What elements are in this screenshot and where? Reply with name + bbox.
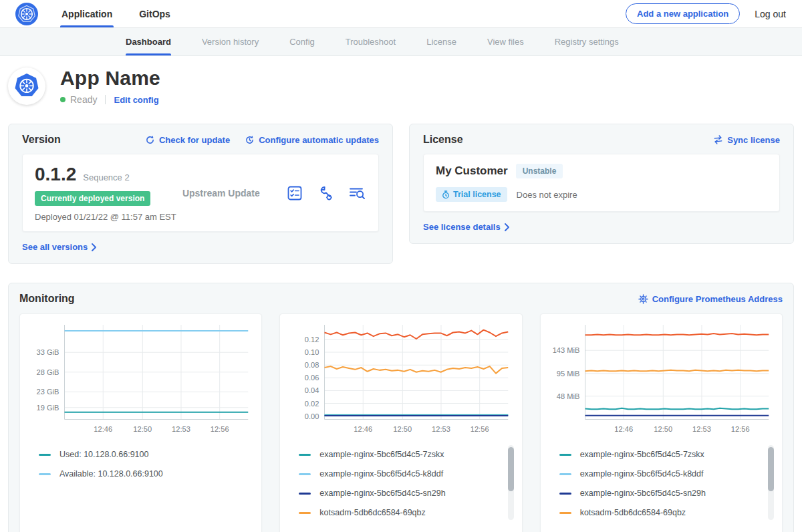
- svg-text:12:50: 12:50: [394, 425, 412, 433]
- logout-button[interactable]: Log out: [755, 9, 786, 19]
- chart-card-disk-usage: 19 GiB23 GiB28 GiB33 GiB12:4612:5012:531…: [19, 313, 262, 532]
- chevron-right-icon: [505, 223, 509, 231]
- sync-license-link[interactable]: Sync license: [713, 135, 780, 145]
- legend-scrollbar-thumb[interactable]: [768, 447, 774, 491]
- tab-config[interactable]: Config: [289, 28, 315, 55]
- tab-troubleshoot[interactable]: Troubleshoot: [346, 28, 396, 55]
- svg-text:12:50: 12:50: [654, 425, 672, 433]
- ready-status-dot: [60, 97, 65, 102]
- chart-plot: 0.000.020.040.060.080.100.1212:4612:5012…: [289, 325, 512, 436]
- svg-text:12:56: 12:56: [471, 425, 489, 433]
- version-panel: Version Check for update Configure au: [8, 124, 393, 264]
- chart-title: Memory Usage: [550, 524, 773, 532]
- chevron-right-icon: [92, 243, 96, 251]
- edit-config-link[interactable]: Edit config: [114, 95, 158, 105]
- chart-plot: 48 MiB95 MiB143 MiB12:4612:5012:5312:56: [550, 325, 773, 436]
- svg-text:0.02: 0.02: [305, 400, 319, 408]
- license-expiry: Does not expire: [517, 190, 577, 200]
- legend-label: Available: 10.128.0.66:9100: [59, 469, 163, 479]
- legend-label: example-nginx-5bc6f5d4c5-k8ddf: [580, 469, 704, 479]
- legend-item: Used: 10.128.0.66:9100: [39, 445, 252, 464]
- svg-text:12:50: 12:50: [133, 425, 152, 433]
- svg-text:12:56: 12:56: [730, 425, 749, 433]
- legend-item: example-nginx-5bc6f5d4c5-k8ddf: [299, 464, 512, 484]
- sync-arrows-icon: [713, 135, 723, 144]
- svg-text:0.06: 0.06: [305, 374, 319, 382]
- top-nav: ApplicationGitOps Add a new application …: [0, 0, 802, 28]
- legend-item: kotsadm-5db6dc6584-69qbz: [299, 503, 512, 523]
- tab-view-files[interactable]: View files: [487, 28, 524, 55]
- chart-legend: example-nginx-5bc6f5d4c5-7zskxexample-ng…: [289, 445, 512, 524]
- tab-dashboard[interactable]: Dashboard: [126, 28, 171, 55]
- svg-text:143 MiB: 143 MiB: [552, 346, 579, 354]
- legend-dash: [299, 512, 311, 514]
- wrench-gear-icon[interactable]: [317, 184, 334, 202]
- check-for-update-link[interactable]: Check for update: [145, 135, 230, 145]
- trial-license-badge: Trial license: [436, 187, 507, 202]
- see-all-versions-link[interactable]: See all versions: [22, 242, 96, 252]
- legend-item: example-nginx-5bc6f5d4c5-7zskx: [559, 445, 773, 464]
- tab-version-history[interactable]: Version history: [202, 28, 259, 55]
- legend-label: example-nginx-5bc6f5d4c5-k8ddf: [319, 469, 443, 479]
- chart-title: CPU Usage: [289, 524, 512, 532]
- app-logo-icon: [8, 68, 45, 105]
- customer-name: My Customer: [436, 164, 508, 178]
- version-sequence: Sequence 2: [83, 172, 129, 182]
- app-status-label: Ready: [70, 94, 97, 105]
- legend-item: kotsadm-5db6dc6584-69qbz: [559, 503, 773, 523]
- app-header: App Name Ready Edit config: [0, 56, 802, 117]
- topnav-tab-gitops[interactable]: GitOps: [138, 0, 172, 27]
- chart-legend: Used: 10.128.0.66:9100Available: 10.128.…: [29, 445, 252, 524]
- current-version-card: 0.1.2 Sequence 2 Currently deployed vers…: [22, 154, 379, 232]
- chart-card-memory-usage: 48 MiB95 MiB143 MiB12:4612:5012:5312:56e…: [540, 313, 783, 532]
- tab-registry-settings[interactable]: Registry settings: [555, 28, 619, 55]
- legend-item: example-nginx-5bc6f5d4c5-7zskx: [299, 445, 512, 464]
- legend-dash: [299, 454, 311, 456]
- legend-dash: [559, 473, 571, 475]
- svg-text:12:46: 12:46: [614, 425, 633, 433]
- svg-text:12:56: 12:56: [211, 425, 229, 433]
- chart-legend: example-nginx-5bc6f5d4c5-7zskxexample-ng…: [550, 445, 773, 524]
- configure-automatic-updates-link[interactable]: Configure automatic updates: [245, 135, 379, 145]
- topnav-tab-application[interactable]: Application: [60, 0, 114, 27]
- license-panel-title: License: [423, 134, 463, 146]
- legend-label: example-nginx-5bc6f5d4c5-7zskx: [319, 450, 444, 459]
- clock-refresh-icon: [245, 135, 255, 145]
- see-license-details-link[interactable]: See license details: [423, 222, 509, 232]
- svg-text:12:53: 12:53: [432, 425, 450, 433]
- version-source-label: Upstream Update: [182, 188, 260, 198]
- legend-label: kotsadm-5db6dc6584-69qbz: [319, 508, 425, 517]
- kubernetes-logo-icon: [15, 2, 39, 26]
- legend-item: example-nginx-5bc6f5d4c5-sn29h: [299, 484, 512, 503]
- version-panel-title: Version: [22, 134, 61, 146]
- configure-prometheus-link[interactable]: Configure Prometheus Address: [638, 294, 783, 304]
- svg-text:0.08: 0.08: [305, 361, 319, 369]
- channel-badge: Unstable: [516, 164, 563, 178]
- chart-plot: 19 GiB23 GiB28 GiB33 GiB12:4612:5012:531…: [29, 325, 252, 436]
- legend-label: kotsadm-5db6dc6584-69qbz: [580, 508, 686, 517]
- legend-scrollbar[interactable]: [768, 445, 774, 520]
- legend-item: example-nginx-5bc6f5d4c5-sn29h: [559, 484, 773, 503]
- file-search-icon[interactable]: [348, 184, 366, 202]
- legend-item: example-nginx-5bc6f5d4c5-k8ddf: [559, 464, 773, 484]
- chart-title: Disk Usage: [29, 524, 252, 532]
- gear-icon: [638, 294, 648, 304]
- svg-text:23 GiB: 23 GiB: [36, 388, 59, 396]
- svg-text:95 MiB: 95 MiB: [557, 370, 580, 378]
- tab-license[interactable]: License: [426, 28, 456, 55]
- add-new-application-button[interactable]: Add a new application: [626, 3, 740, 24]
- legend-scrollbar-thumb[interactable]: [508, 447, 514, 491]
- monitoring-panel: Monitoring Configure Prometheus Address …: [8, 283, 794, 532]
- legend-scrollbar[interactable]: [508, 445, 514, 520]
- legend-label: Used: 10.128.0.66:9100: [59, 450, 148, 459]
- legend-dash: [299, 473, 311, 475]
- legend-dash: [39, 454, 51, 456]
- legend-dash: [559, 512, 571, 514]
- preflight-checks-icon[interactable]: [286, 184, 303, 202]
- legend-label: example-nginx-5bc6f5d4c5-7zskx: [580, 450, 704, 459]
- legend-dash: [299, 493, 311, 495]
- chart-card-cpu-usage: 0.000.020.040.060.080.100.1212:4612:5012…: [279, 313, 522, 532]
- svg-text:0.10: 0.10: [305, 348, 319, 356]
- svg-text:12:46: 12:46: [94, 425, 112, 433]
- legend-label: example-nginx-5bc6f5d4c5-sn29h: [319, 489, 445, 498]
